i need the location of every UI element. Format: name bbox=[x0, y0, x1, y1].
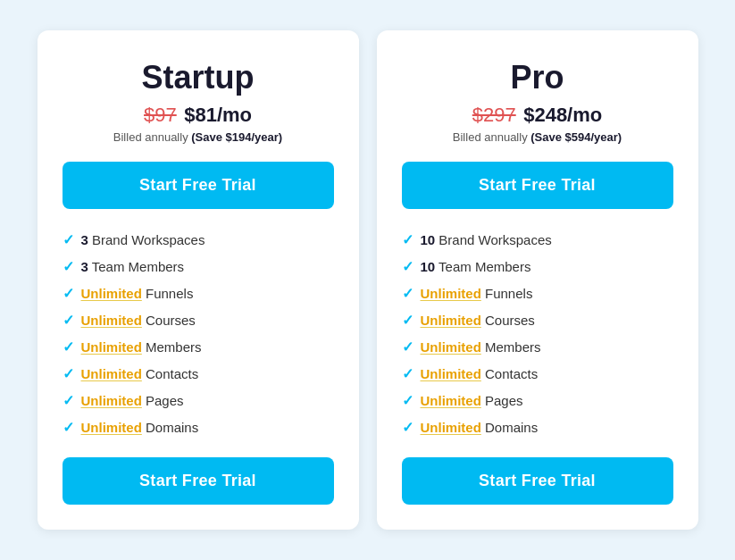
feature-item: ✓ 3 Team Members bbox=[63, 257, 334, 275]
billing-note: Billed annually (Save $594/year) bbox=[402, 130, 673, 144]
savings-text: (Save $194/year) bbox=[191, 130, 282, 144]
feature-highlight: Unlimited bbox=[421, 313, 481, 328]
pricing-card-startup: Startup $97 $81/mo Billed annually (Save… bbox=[38, 30, 359, 530]
feature-highlight: Unlimited bbox=[81, 420, 142, 435]
feature-item: ✓ Unlimited Courses bbox=[402, 311, 673, 329]
feature-highlight: Unlimited bbox=[81, 366, 142, 381]
feature-item: ✓ Unlimited Members bbox=[402, 338, 673, 355]
cta-button-top[interactable]: Start Free Trial bbox=[63, 162, 334, 209]
check-icon: ✓ bbox=[402, 285, 413, 302]
feature-highlight: Unlimited bbox=[421, 420, 481, 435]
feature-item: ✓ Unlimited Courses bbox=[63, 311, 334, 329]
pricing-card-pro: Pro $297 $248/mo Billed annually (Save $… bbox=[377, 30, 698, 530]
price-row: $97 $81/mo bbox=[63, 104, 334, 127]
feature-highlight: Unlimited bbox=[421, 286, 481, 301]
check-icon: ✓ bbox=[63, 258, 74, 275]
check-icon: ✓ bbox=[402, 392, 413, 409]
feature-item: ✓ Unlimited Contacts bbox=[63, 364, 334, 382]
plan-name: Pro bbox=[402, 59, 673, 96]
feature-highlight: 3 bbox=[81, 232, 88, 247]
feature-item: ✓ Unlimited Domains bbox=[63, 418, 334, 436]
feature-item: ✓ Unlimited Pages bbox=[63, 391, 334, 409]
billing-note: Billed annually (Save $194/year) bbox=[63, 130, 334, 144]
feature-highlight: 3 bbox=[81, 259, 88, 274]
features-list: ✓ 10 Brand Workspaces ✓ 10 Team Members … bbox=[402, 230, 673, 436]
check-icon: ✓ bbox=[63, 312, 74, 329]
check-icon: ✓ bbox=[63, 365, 74, 382]
check-icon: ✓ bbox=[63, 231, 74, 248]
feature-highlight: Unlimited bbox=[81, 393, 142, 408]
feature-highlight: Unlimited bbox=[81, 339, 142, 355]
pricing-container: Startup $97 $81/mo Billed annually (Save… bbox=[11, 4, 725, 556]
feature-highlight: Unlimited bbox=[421, 366, 481, 381]
plan-name: Startup bbox=[63, 59, 334, 96]
feature-item: ✓ 10 Brand Workspaces bbox=[402, 230, 673, 248]
features-list: ✓ 3 Brand Workspaces ✓ 3 Team Members ✓ … bbox=[63, 230, 334, 436]
feature-highlight: 10 bbox=[421, 259, 436, 274]
feature-item: ✓ Unlimited Members bbox=[63, 338, 334, 355]
check-icon: ✓ bbox=[402, 312, 413, 329]
cta-button-bottom[interactable]: Start Free Trial bbox=[63, 457, 334, 505]
feature-highlight: 10 bbox=[421, 232, 436, 247]
check-icon: ✓ bbox=[402, 339, 413, 355]
check-icon: ✓ bbox=[402, 365, 413, 382]
feature-highlight: Unlimited bbox=[81, 286, 142, 301]
check-icon: ✓ bbox=[63, 339, 74, 355]
feature-item: ✓ Unlimited Domains bbox=[402, 418, 673, 436]
check-icon: ✓ bbox=[63, 285, 74, 302]
feature-highlight: Unlimited bbox=[81, 313, 142, 328]
check-icon: ✓ bbox=[402, 419, 413, 436]
feature-item: ✓ Unlimited Funnels bbox=[63, 284, 334, 302]
feature-highlight: Unlimited bbox=[421, 393, 481, 408]
cta-button-top[interactable]: Start Free Trial bbox=[402, 162, 673, 209]
feature-item: ✓ 3 Brand Workspaces bbox=[63, 230, 334, 248]
cta-button-bottom[interactable]: Start Free Trial bbox=[402, 457, 673, 505]
feature-highlight: Unlimited bbox=[421, 339, 481, 355]
check-icon: ✓ bbox=[63, 392, 74, 409]
check-icon: ✓ bbox=[402, 258, 413, 275]
price-row: $297 $248/mo bbox=[402, 104, 673, 127]
original-price: $297 bbox=[472, 104, 516, 126]
check-icon: ✓ bbox=[402, 231, 413, 248]
savings-text: (Save $594/year) bbox=[530, 130, 622, 144]
original-price: $97 bbox=[144, 104, 177, 126]
feature-item: ✓ Unlimited Pages bbox=[402, 391, 673, 409]
feature-item: ✓ Unlimited Funnels bbox=[402, 284, 673, 302]
current-price: $81/mo bbox=[184, 104, 252, 126]
check-icon: ✓ bbox=[63, 419, 74, 436]
feature-item: ✓ Unlimited Contacts bbox=[402, 364, 673, 382]
current-price: $248/mo bbox=[523, 104, 602, 126]
feature-item: ✓ 10 Team Members bbox=[402, 257, 673, 275]
